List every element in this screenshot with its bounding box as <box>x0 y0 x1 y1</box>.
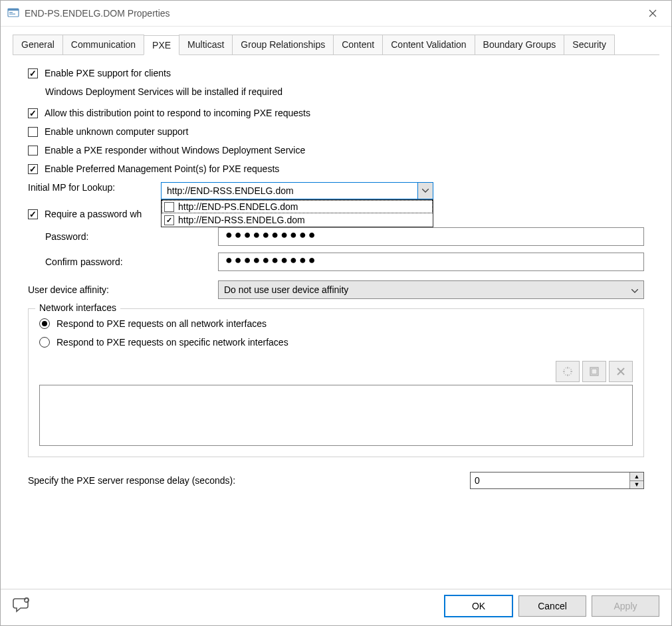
help-icon[interactable] <box>13 596 35 616</box>
chevron-down-icon[interactable] <box>417 183 433 199</box>
radio-all-interfaces[interactable] <box>39 318 50 329</box>
mp-option-1-label: http://END-RSS.ENDELG.dom <box>178 215 305 225</box>
cancel-button[interactable]: Cancel <box>518 595 586 617</box>
initial-mp-value: http://END-RSS.ENDELG.dom <box>162 185 417 196</box>
titlebar: END-PS.ENDELG.DOM Properties <box>1 1 671 27</box>
affinity-select[interactable]: Do not use user device affinity <box>218 280 644 299</box>
allow-respond-checkbox[interactable] <box>28 108 38 118</box>
pxe-responder-checkbox[interactable] <box>28 146 38 156</box>
delay-label: Specify the PXE server response delay (s… <box>28 475 470 486</box>
mp-option-1[interactable]: http://END-RSS.ENDELG.dom <box>162 213 433 227</box>
tab-content[interactable]: Content <box>333 35 383 54</box>
close-button[interactable] <box>639 3 666 23</box>
apply-button[interactable]: Apply <box>592 595 659 617</box>
radio-specific-label: Respond to PXE requests on specific netw… <box>56 337 288 348</box>
tab-group-relationships[interactable]: Group Relationships <box>232 35 334 54</box>
initial-mp-dropdown: http://END-PS.ENDELG.dom http://END-RSS.… <box>161 199 433 227</box>
delay-spinner[interactable]: 0 ▲ ▼ <box>470 472 644 489</box>
mp-option-1-checkbox[interactable] <box>164 215 174 225</box>
pxe-responder-label: Enable a PXE responder without Windows D… <box>45 145 305 156</box>
tab-security[interactable]: Security <box>564 35 615 54</box>
edit-interface-button[interactable] <box>582 361 606 382</box>
chevron-down-icon <box>631 284 638 295</box>
allow-respond-label: Allow this distribution point to respond… <box>45 108 310 118</box>
pxe-panel: Enable PXE support for clients Windows D… <box>13 55 659 589</box>
affinity-label: User device affinity: <box>28 284 218 295</box>
preferred-mp-checkbox[interactable] <box>28 164 38 174</box>
enable-pxe-checkbox[interactable] <box>28 68 38 78</box>
ok-button[interactable]: OK <box>444 595 513 617</box>
require-password-label: Require a password wh <box>45 209 142 219</box>
network-group-legend: Network interfaces <box>35 302 120 313</box>
password-input[interactable]: ●●●●●●●●●● <box>218 227 644 246</box>
svg-rect-12 <box>592 369 597 374</box>
tab-content-validation[interactable]: Content Validation <box>382 35 475 54</box>
delete-interface-button[interactable] <box>609 361 633 382</box>
confirm-password-label: Confirm password: <box>45 257 218 267</box>
require-password-checkbox[interactable] <box>28 209 38 219</box>
initial-mp-label: Initial MP for Lookup: <box>28 182 161 193</box>
unknown-computer-label: Enable unknown computer support <box>45 126 188 137</box>
mp-option-0-label: http://END-PS.ENDELG.dom <box>178 201 298 212</box>
mp-option-0-checkbox[interactable] <box>164 202 174 212</box>
enable-pxe-label: Enable PXE support for clients <box>45 68 171 78</box>
svg-rect-2 <box>9 12 13 13</box>
tab-boundary-groups[interactable]: Boundary Groups <box>475 35 565 54</box>
tab-multicast[interactable]: Multicast <box>179 35 233 54</box>
affinity-value: Do not use user device affinity <box>224 284 348 295</box>
dialog-footer: OK Cancel Apply <box>1 589 671 625</box>
wds-note: Windows Deployment Services will be inst… <box>45 86 644 97</box>
window-title: END-PS.ENDELG.DOM Properties <box>25 8 639 19</box>
password-label: Password: <box>45 231 218 242</box>
unknown-computer-checkbox[interactable] <box>28 127 38 137</box>
tab-general[interactable]: General <box>13 35 63 54</box>
interfaces-listbox[interactable] <box>39 385 633 446</box>
properties-dialog: END-PS.ENDELG.DOM Properties General Com… <box>0 0 672 626</box>
network-interfaces-group: Network interfaces Respond to PXE reques… <box>28 308 644 457</box>
initial-mp-combobox[interactable]: http://END-RSS.ENDELG.dom http://END-PS.… <box>161 182 433 199</box>
mp-option-0[interactable]: http://END-PS.ENDELG.dom <box>162 200 433 213</box>
svg-rect-3 <box>9 14 15 15</box>
tab-communication[interactable]: Communication <box>62 35 144 54</box>
delay-up-button[interactable]: ▲ <box>630 472 643 480</box>
preferred-mp-label: Enable Preferred Management Point(s) for… <box>45 163 279 174</box>
radio-specific-interfaces[interactable] <box>39 337 50 348</box>
radio-all-label: Respond to PXE requests on all network i… <box>56 318 267 329</box>
app-icon <box>7 7 19 19</box>
add-interface-button[interactable] <box>556 361 580 382</box>
delay-down-button[interactable]: ▼ <box>630 480 643 489</box>
confirm-password-input[interactable]: ●●●●●●●●●● <box>218 253 644 271</box>
tab-bar: General Communication PXE Multicast Grou… <box>13 35 659 55</box>
svg-rect-1 <box>8 9 19 11</box>
delay-value[interactable]: 0 <box>471 472 629 488</box>
tab-pxe[interactable]: PXE <box>144 35 179 55</box>
